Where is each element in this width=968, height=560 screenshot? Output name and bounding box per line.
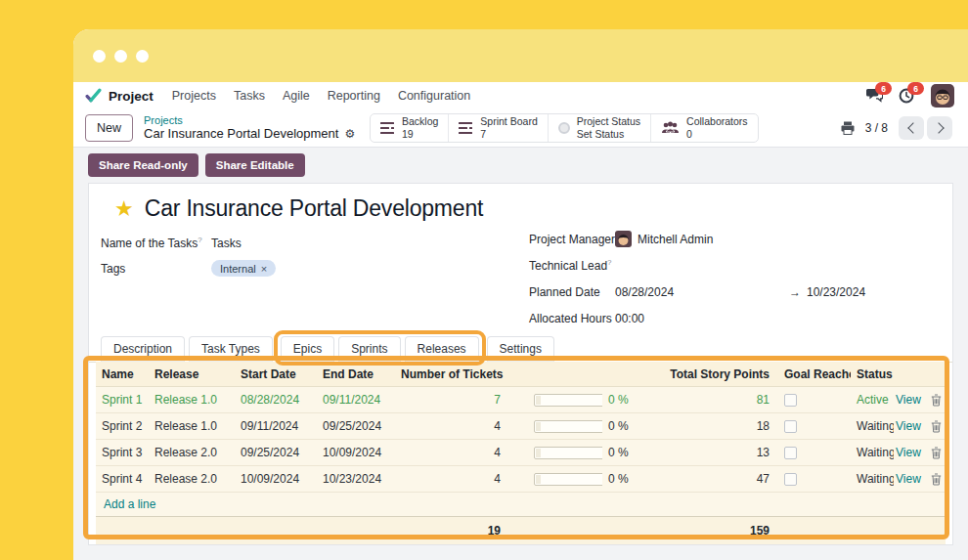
header-release[interactable]: Release (149, 367, 235, 381)
sprint-end-date[interactable]: 09/25/2024 (317, 419, 401, 433)
sprint-name[interactable]: Sprint 3 (96, 446, 149, 459)
tab-task-types[interactable]: Task Types (189, 336, 273, 362)
sprint-start-date[interactable]: 08/28/2024 (235, 393, 317, 407)
sprint-tickets[interactable]: 4 (401, 446, 508, 459)
view-link[interactable]: View (894, 446, 927, 459)
new-button[interactable]: New (85, 114, 133, 142)
page-title: Car Insurance Portal Development (145, 195, 483, 222)
sprint-name[interactable]: Sprint 2 (96, 419, 149, 433)
tab-epics[interactable]: Epics (281, 336, 334, 362)
sprint-status[interactable]: Waiting (851, 472, 894, 486)
header-name[interactable]: Name (96, 367, 149, 381)
name-of-tasks-value[interactable]: Tasks (211, 237, 242, 250)
sprint-board-stat-button[interactable]: Sprint Board 7 (448, 114, 547, 142)
sprint-end-date[interactable]: 10/09/2024 (317, 446, 401, 459)
header-total-story-points[interactable]: Total Story Points (645, 367, 777, 381)
activities-button[interactable]: 6 (899, 88, 916, 104)
messages-button[interactable]: 6 (866, 88, 884, 104)
header-number-of-tickets[interactable]: Number of Tickets (401, 367, 508, 381)
share-editable-button[interactable]: Share Editable (205, 153, 305, 177)
sprint-points[interactable]: 81 (645, 393, 777, 407)
goal-reached-checkbox[interactable] (784, 473, 797, 486)
progress-bar (534, 473, 602, 486)
sprint-points[interactable]: 47 (645, 472, 777, 486)
tab-releases[interactable]: Releases (405, 336, 479, 362)
goal-reached-checkbox[interactable] (784, 420, 797, 433)
chevron-left-icon (907, 122, 918, 133)
goal-reached-checkbox[interactable] (784, 447, 797, 459)
sprint-release[interactable]: Release 1.0 (149, 393, 235, 407)
share-readonly-button[interactable]: Share Read-only (88, 153, 198, 177)
pager-next-button[interactable] (927, 116, 952, 140)
menu-agile[interactable]: Agile (274, 89, 319, 103)
add-a-line-link[interactable]: Add a line (96, 493, 946, 516)
view-link[interactable]: View (894, 393, 927, 407)
favorite-star-icon[interactable]: ★ (114, 198, 134, 220)
sprint-name[interactable]: Sprint 4 (96, 472, 149, 486)
gear-icon[interactable]: ⚙ (344, 128, 355, 141)
sprint-tickets[interactable]: 4 (401, 472, 508, 486)
delete-row-button[interactable] (927, 473, 946, 486)
delete-row-button[interactable] (927, 394, 946, 407)
highlight-box-tabs: Epics Sprints Releases (274, 330, 486, 366)
app-title[interactable]: Project (109, 89, 154, 104)
tab-sprints[interactable]: Sprints (338, 336, 400, 362)
sprint-tickets[interactable]: 4 (401, 419, 508, 433)
planned-date-end[interactable]: 10/23/2024 (807, 285, 865, 299)
menu-reporting[interactable]: Reporting (319, 89, 389, 103)
backlog-stat-button[interactable]: Backlog 19 (371, 114, 448, 142)
form-fields-left: Name of the Tasks? Tasks Tags Internal × (101, 235, 276, 285)
sprint-start-date[interactable]: 10/09/2024 (235, 472, 317, 486)
tag-internal[interactable]: Internal × (211, 260, 276, 277)
delete-row-button[interactable] (927, 447, 946, 459)
delete-row-button[interactable] (927, 420, 946, 433)
menu-projects[interactable]: Projects (163, 89, 225, 103)
sprint-end-date[interactable]: 10/23/2024 (317, 472, 401, 486)
chevron-right-icon (933, 122, 944, 133)
progress-bar (534, 394, 602, 407)
menu-tasks[interactable]: Tasks (225, 89, 274, 103)
header-status[interactable]: Status (851, 367, 894, 381)
allocated-hours-value[interactable]: 00:00 (615, 312, 644, 325)
tag-remove-icon[interactable]: × (261, 263, 267, 275)
project-status-stat-button[interactable]: Project Status Set Status (548, 114, 650, 142)
sprint-status[interactable]: Waiting (851, 419, 894, 433)
window-control-maximize-icon[interactable] (136, 50, 149, 63)
pager-prev-button[interactable] (899, 116, 924, 140)
breadcrumb-parent-link[interactable]: Projects (144, 115, 355, 127)
printer-icon[interactable] (841, 121, 855, 135)
sprint-release[interactable]: Release 1.0 (149, 419, 235, 433)
sprint-release[interactable]: Release 2.0 (149, 446, 235, 459)
user-avatar[interactable] (931, 84, 954, 108)
menu-configuration[interactable]: Configuration (389, 89, 479, 103)
header-goal-reached[interactable]: Goal Reached (777, 367, 851, 381)
sprints-table: Name Release Start Date End Date Number … (96, 362, 946, 544)
window-control-minimize-icon[interactable] (114, 50, 127, 63)
header-start-date[interactable]: Start Date (235, 367, 317, 381)
tab-description[interactable]: Description (101, 336, 185, 362)
tab-settings[interactable]: Settings (487, 336, 554, 362)
sprint-tickets[interactable]: 7 (401, 393, 508, 407)
sprint-points[interactable]: 13 (645, 446, 777, 459)
goal-reached-checkbox[interactable] (784, 394, 797, 407)
app-logo-icon[interactable] (85, 88, 102, 104)
sprint-start-date[interactable]: 09/25/2024 (235, 446, 317, 459)
planned-date-start[interactable]: 08/28/2024 (615, 285, 783, 299)
sprint-board-icon (459, 122, 473, 135)
sprint-start-date[interactable]: 09/11/2024 (235, 419, 317, 433)
view-link[interactable]: View (894, 472, 927, 486)
sprint-status[interactable]: Active (851, 393, 894, 407)
sprint-name[interactable]: Sprint 1 (96, 393, 149, 407)
table-row: Sprint 3 Release 2.0 09/25/2024 10/09/20… (96, 440, 946, 466)
sprint-end-date[interactable]: 09/11/2024 (317, 393, 401, 407)
view-link[interactable]: View (894, 419, 927, 433)
sprint-release[interactable]: Release 2.0 (149, 472, 235, 486)
project-manager-value[interactable]: Mitchell Admin (615, 231, 713, 247)
tags-label: Tags (101, 262, 211, 276)
collaborators-stat-button[interactable]: Collaborators 0 (650, 114, 757, 142)
window-control-close-icon[interactable] (93, 50, 106, 63)
header-end-date[interactable]: End Date (317, 367, 401, 381)
sprint-points[interactable]: 18 (645, 419, 777, 433)
collaborators-icon (661, 121, 680, 135)
sprint-status[interactable]: Waiting (851, 446, 894, 459)
